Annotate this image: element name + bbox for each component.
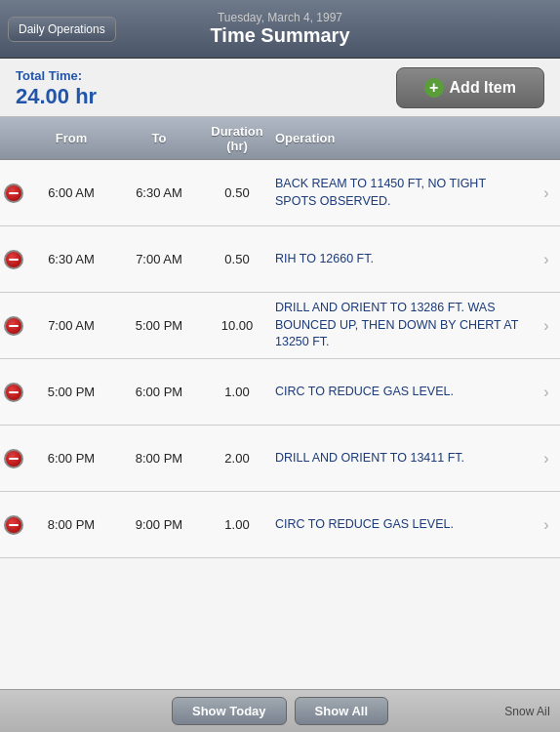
delete-button[interactable] <box>0 316 27 336</box>
minus-icon <box>4 383 23 402</box>
minus-icon <box>4 449 23 468</box>
total-time-block: Total Time: 24.00 hr <box>16 66 97 109</box>
header-title-block: Tuesday, March 4, 1997 Time Summary <box>210 11 349 47</box>
bottom-bar: Show Today Show All Snow AiI <box>0 689 560 732</box>
minus-icon <box>4 183 23 203</box>
cell-to: 6:30 AM <box>115 182 203 204</box>
cell-operation: RIH TO 12660 FT. <box>271 245 533 274</box>
summary-bar: Total Time: 24.00 hr + Add Item <box>0 59 560 117</box>
add-item-label: Add Item <box>450 79 516 97</box>
cell-duration: 0.50 <box>203 182 271 204</box>
chevron-right-icon: › <box>533 450 560 468</box>
chevron-right-icon: › <box>533 516 560 534</box>
delete-button[interactable] <box>0 383 27 402</box>
minus-icon <box>4 316 23 336</box>
table-body: 6:00 AM 6:30 AM 0.50 BACK REAM TO 11450 … <box>0 160 560 716</box>
table-header: From To Duration (hr) Operation <box>0 117 560 160</box>
delete-button[interactable] <box>0 515 27 535</box>
cell-from: 7:00 AM <box>27 314 115 337</box>
cell-from: 6:00 AM <box>27 182 115 204</box>
chevron-right-icon: › <box>533 251 560 268</box>
col-delete <box>0 135 27 142</box>
cell-duration: 2.00 <box>203 447 271 469</box>
total-time-label: Total Time: <box>16 68 82 83</box>
cell-to: 9:00 PM <box>115 513 203 536</box>
table-row[interactable]: 5:00 PM 6:00 PM 1.00 CIRC TO REDUCE GAS … <box>0 359 560 426</box>
chevron-right-icon: › <box>533 317 560 335</box>
col-to: To <box>115 127 203 149</box>
logo: Snow AiI <box>504 705 550 718</box>
daily-ops-button[interactable]: Daily Operations <box>8 17 116 42</box>
cell-to: 5:00 PM <box>115 314 203 337</box>
cell-operation: DRILL AND ORIENT TO 13411 FT. <box>271 444 533 473</box>
delete-button[interactable] <box>0 183 27 203</box>
cell-operation: CIRC TO REDUCE GAS LEVEL. <box>271 378 533 407</box>
table-row[interactable]: 6:00 AM 6:30 AM 0.50 BACK REAM TO 11450 … <box>0 160 560 226</box>
minus-icon <box>4 250 23 269</box>
cell-operation: DRILL AND ORIENT TO 13286 FT. WAS BOUNCE… <box>271 294 533 357</box>
delete-button[interactable] <box>0 449 27 468</box>
col-chevron <box>533 135 560 142</box>
cell-operation: BACK REAM TO 11450 FT, NO TIGHT SPOTS OB… <box>271 170 533 216</box>
table-row[interactable]: 6:00 PM 8:00 PM 2.00 DRILL AND ORIENT TO… <box>0 426 560 492</box>
table-row[interactable]: 6:30 AM 7:00 AM 0.50 RIH TO 12660 FT. › <box>0 226 560 293</box>
top-bar: Daily Operations Tuesday, March 4, 1997 … <box>0 0 560 59</box>
header-date: Tuesday, March 4, 1997 <box>210 11 349 24</box>
chevron-right-icon: › <box>533 384 560 401</box>
cell-from: 8:00 PM <box>27 513 115 536</box>
col-operation: Operation <box>271 127 533 149</box>
show-today-button[interactable]: Show Today <box>172 697 287 725</box>
total-time-value: 24.00 hr <box>16 84 97 109</box>
table-row[interactable]: 8:00 PM 9:00 PM 1.00 CIRC TO REDUCE GAS … <box>0 492 560 558</box>
chevron-right-icon: › <box>533 184 560 202</box>
cell-from: 6:00 PM <box>27 447 115 469</box>
cell-duration: 1.00 <box>203 513 271 536</box>
table-row[interactable]: 7:00 AM 5:00 PM 10.00 DRILL AND ORIENT T… <box>0 293 560 359</box>
col-from: From <box>27 127 115 149</box>
cell-to: 8:00 PM <box>115 447 203 469</box>
cell-duration: 1.00 <box>203 381 271 403</box>
cell-duration: 10.00 <box>203 314 271 337</box>
cell-to: 6:00 PM <box>115 381 203 403</box>
minus-icon <box>4 515 23 535</box>
plus-icon: + <box>424 78 444 98</box>
add-item-button[interactable]: + Add Item <box>396 67 544 108</box>
col-duration: Duration (hr) <box>203 120 271 157</box>
delete-button[interactable] <box>0 250 27 269</box>
cell-from: 5:00 PM <box>27 381 115 403</box>
header-main-title: Time Summary <box>210 24 349 47</box>
show-all-button[interactable]: Show All <box>295 697 388 725</box>
cell-operation: CIRC TO REDUCE GAS LEVEL. <box>271 510 533 540</box>
cell-to: 7:00 AM <box>115 248 203 270</box>
cell-duration: 0.50 <box>203 248 271 270</box>
cell-from: 6:30 AM <box>27 248 115 270</box>
